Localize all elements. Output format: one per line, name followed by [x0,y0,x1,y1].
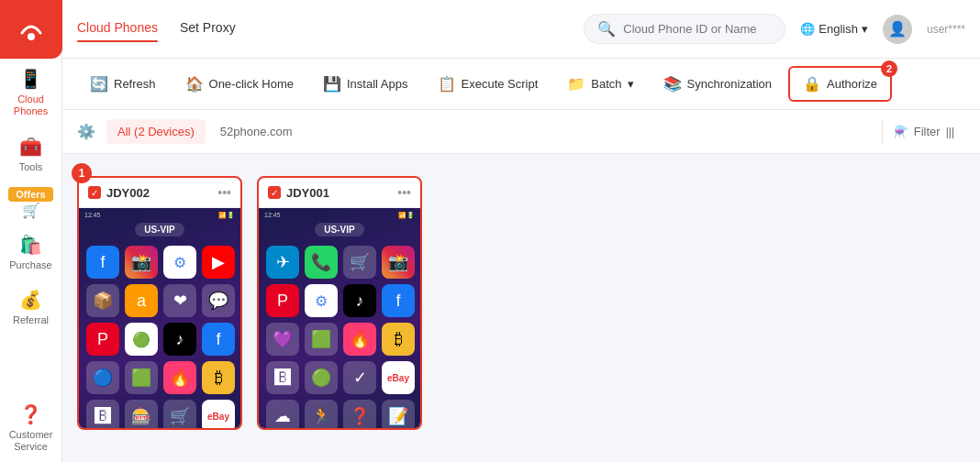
app-nike: ✓ [343,361,376,394]
tab-all-devices[interactable]: All (2 Devices) [106,119,206,144]
search-box[interactable]: 🔍 [584,14,785,44]
sidebar-logo [0,0,62,59]
synchronization-label: Synchronization [687,77,773,91]
device-checkbox-jdy001[interactable]: ✓ JDY001 [268,186,329,200]
svg-rect-0 [15,13,48,46]
app-ebay-2: eBay [382,361,415,394]
sidebar-item-cloud-phones[interactable]: 📱 Cloud Phones [0,59,61,126]
filter-button[interactable]: ⚗️ Filter ||| [882,119,965,144]
search-input[interactable] [623,22,772,36]
sidebar-item-tools[interactable]: 🧰 Tools [0,126,61,182]
checkbox-jdy002[interactable]: ✓ [88,186,101,199]
home-icon: 🏠 [185,75,204,93]
device-menu-jdy001[interactable]: ••• [397,185,411,200]
subheader-tabs: All (2 Devices) 52phone.com [106,119,882,144]
app-instagram: 📸 [125,246,158,279]
authorize-icon: 🔒 [803,75,821,93]
device-card-jdy001: ✓ JDY001 ••• 12:45 📶🔋 US-VIP ✈ 📞 🛒 [257,176,422,430]
synchronization-button[interactable]: 📚 Synchronization [651,68,785,100]
app-facebook-2: f [202,323,235,356]
purchase-icon: 🛍️ [19,234,42,256]
filter-label: Filter [914,125,941,138]
language-label: English [819,22,858,36]
install-icon: 💾 [323,75,341,93]
device-card-header-jdy002: ✓ JDY002 ••• [79,178,240,208]
customer-service-icon: ❓ [19,403,42,425]
nav-cloud-phones[interactable]: Cloud Phones [77,20,158,38]
refresh-button[interactable]: 🔄 Refresh [77,68,169,100]
app-generic-2: ❤ [163,284,196,317]
sidebar-item-label: Cloud Phones [4,94,58,117]
chevron-down-icon: ▾ [862,22,868,36]
authorize-label: Authorize [827,77,877,91]
app-chrome: ⚙ [163,246,196,279]
device-name-jdy002: JDY002 [106,186,150,200]
phone-label-jdy001: US-VIP [315,223,363,236]
offers-badge: Offers [8,187,52,202]
sidebar-item-label: Customer Service [4,429,58,453]
batch-button[interactable]: 📁 Batch ▾ [554,68,646,100]
sidebar-item-label: Tools [19,161,43,172]
app-instagram-2: 📸 [382,246,415,279]
install-apps-label: Install Apps [347,77,408,91]
app-binance-2: ₿ [382,323,415,356]
status-bar-jdy001: 12:45 📶🔋 [259,208,420,223]
sidebar-item-referral[interactable]: 💰 Referral [0,280,61,335]
app-whatsapp-2: 📞 [305,246,338,279]
refresh-label: Refresh [114,77,156,91]
nav-set-proxy[interactable]: Set Proxy [180,20,236,38]
selection-badge: 1 [72,163,92,183]
device-menu-jdy002[interactable]: ••• [217,185,231,200]
phone-screen-jdy002: 12:45 📶🔋 US-VIP f 📸 ⚙ ▶ 📦 a ❤ 💬 P [79,208,240,428]
devices-grid: ✓ JDY002 ••• 12:45 📶🔋 US-VIP f 📸 ⚙ [77,176,965,430]
filter-icon: ⚗️ [894,125,908,138]
app-kik: 🟩 [305,323,338,356]
install-apps-button[interactable]: 💾 Install Apps [310,68,421,100]
app-binance: ₿ [202,361,235,394]
app-help: ❓ [343,400,376,428]
app-skype: ☁ [266,400,299,428]
app-facebook: f [86,246,119,279]
app-generic-7: 🎰 [125,400,158,428]
sidebar-item-label: Referral [13,314,49,325]
execute-script-button[interactable]: 📋 Execute Script [425,68,551,100]
authorize-button[interactable]: 🔒 Authorize 2 [788,66,892,102]
batch-label: Batch [591,77,621,91]
app-generic-5: 🟩 [125,361,158,394]
globe-icon: 🌐 [800,22,815,36]
one-click-home-label: One-click Home [209,77,294,91]
svg-point-1 [28,33,35,40]
app-tinder: 🔥 [163,361,196,394]
settings-icon[interactable]: ⚙️ [77,123,95,140]
one-click-home-button[interactable]: 🏠 One-click Home [173,68,306,100]
script-icon: 📋 [438,75,456,93]
app-lovoo: 💜 [266,323,299,356]
sidebar-item-purchase[interactable]: 🛍️ Purchase [0,225,61,280]
user-name: user**** [927,23,965,36]
app-generic-4: 🔵 [86,361,119,394]
tab-52phone[interactable]: 52phone.com [209,119,304,144]
app-amazon: a [125,284,158,317]
referral-icon: 💰 [19,289,42,311]
app-pinterest-2: P [266,284,299,317]
batch-icon: 📁 [567,75,585,93]
app-tinder-2: 🔥 [343,323,376,356]
app-telegram-2: ✈ [266,246,299,279]
sidebar-item-customer-service[interactable]: ❓ Customer Service [0,394,61,462]
language-selector[interactable]: 🌐 English ▾ [800,22,868,36]
app-worddrop: 📝 [382,400,415,428]
sidebar-item-offers[interactable]: Offers 🛒 [0,182,61,225]
refresh-icon: 🔄 [90,75,108,93]
subheader: ⚙️ All (2 Devices) 52phone.com ⚗️ Filter… [62,110,980,154]
checkbox-jdy001[interactable]: ✓ [268,186,281,199]
user-avatar[interactable]: 👤 [883,15,912,44]
app-generic-1: 📦 [86,284,119,317]
phone-screen-jdy001: 12:45 📶🔋 US-VIP ✈ 📞 🛒 📸 P ⚙ ♪ f 💜 [259,208,420,428]
device-name-jdy001: JDY001 [286,186,329,200]
main-content: Cloud Phones Set Proxy 🔍 🌐 English ▾ 👤 u… [62,0,980,462]
app-generic-3: 💬 [202,284,235,317]
device-checkbox-jdy002[interactable]: ✓ JDY002 [88,186,150,200]
app-facebook-3: f [382,284,415,317]
sidebar: 📱 Cloud Phones 🧰 Tools Offers 🛒 🛍️ Purch… [0,0,62,462]
sidebar-item-label: Purchase [9,259,51,270]
